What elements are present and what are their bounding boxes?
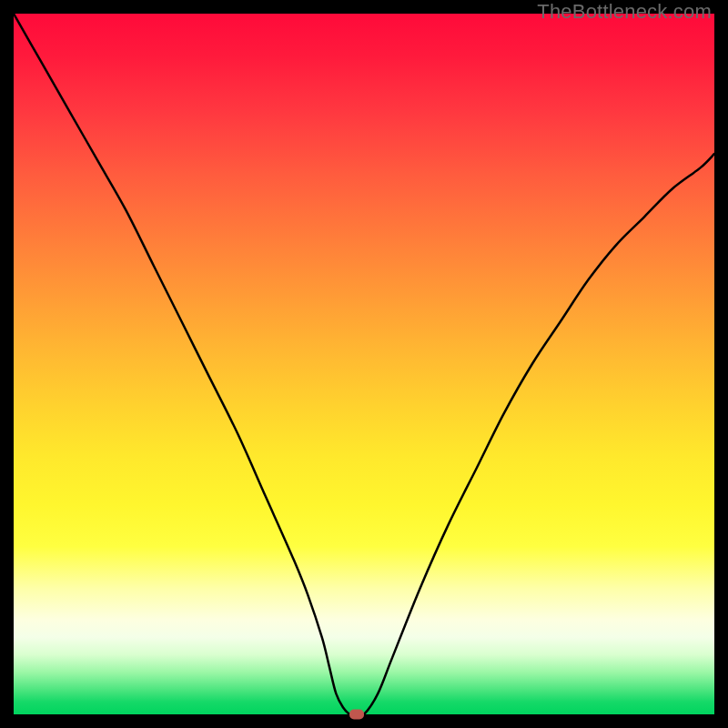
optimal-marker bbox=[349, 710, 364, 720]
watermark-text: TheBottleneck.com bbox=[537, 0, 712, 24]
chart-frame: TheBottleneck.com bbox=[0, 0, 728, 728]
plot-area bbox=[14, 14, 714, 714]
bottleneck-curve bbox=[14, 14, 714, 714]
